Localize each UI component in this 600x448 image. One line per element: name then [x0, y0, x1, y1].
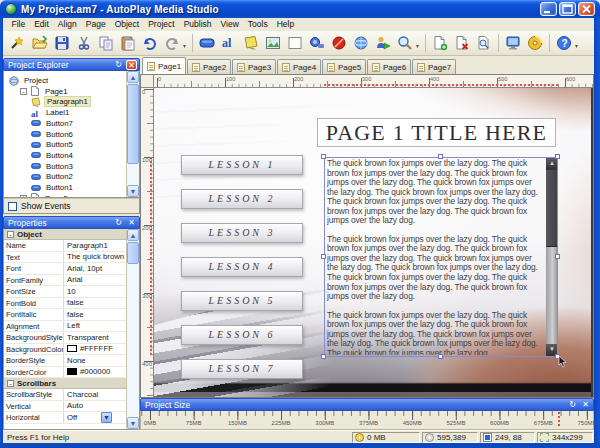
tree-item-button4[interactable]: Button4 [31, 150, 75, 161]
open-project-button[interactable] [29, 33, 51, 54]
tree-item-button5[interactable]: Button5 [31, 139, 75, 150]
tab-page2[interactable]: Page2 [187, 59, 231, 74]
menu-item-object[interactable]: Object [110, 18, 144, 31]
property-row-backgroundstyle[interactable]: BackgroundStyleTransparent [4, 332, 126, 344]
menu-item-project[interactable]: Project [144, 18, 179, 31]
cut-button[interactable] [73, 33, 95, 54]
property-section-scrollbars[interactable]: -Scrollbars [4, 378, 126, 389]
tab-page5[interactable]: Page5 [322, 59, 366, 74]
menu-item-tools[interactable]: Tools [243, 18, 272, 31]
property-row-borderstyle[interactable]: BorderStyleNone [4, 355, 126, 367]
tree-item-button1[interactable]: Button1 [31, 182, 75, 193]
property-row-alignment[interactable]: AlignmentLeft [4, 321, 126, 333]
property-row-font[interactable]: FontArial, 10pt [4, 263, 126, 275]
title-bar[interactable]: My Project.am7 - AutoPlay Media Studio [0, 0, 600, 18]
menu-item-align[interactable]: Align [53, 18, 81, 31]
tree-item-button3[interactable]: Button3 [31, 161, 75, 172]
minimize-button[interactable] [540, 2, 557, 16]
property-row-name[interactable]: NameParagraph1 [4, 240, 126, 252]
label-object-button[interactable]: al [218, 33, 240, 54]
rectangle-object-button[interactable] [284, 33, 306, 54]
paste-button[interactable] [117, 33, 139, 54]
video-object-button[interactable] [306, 33, 328, 54]
preview-page-button[interactable] [473, 33, 495, 54]
selection-handle[interactable] [321, 154, 326, 159]
properties-scrollbar[interactable]: ▲ ▼ [126, 229, 139, 429]
lesson-button-5[interactable]: LESSON 5 [181, 291, 303, 311]
tree-item-button2[interactable]: Button2 [31, 171, 75, 182]
script-object-button[interactable] [372, 33, 394, 54]
collapse-icon[interactable]: - [7, 380, 14, 387]
project-size-header[interactable]: Project Size ↻ ✕ [140, 398, 594, 411]
tree-item-button6[interactable]: Button6 [31, 129, 75, 140]
panel-close-icon[interactable]: ✕ [126, 60, 137, 70]
selection-handle[interactable] [321, 354, 326, 359]
property-row-fontsize[interactable]: FontSize10 [4, 286, 126, 298]
menu-item-file[interactable]: File [7, 18, 30, 31]
project-explorer-header[interactable]: Project Explorer ↻ ✕ [3, 58, 140, 71]
property-row-text[interactable]: TextThe quick brown [4, 252, 126, 264]
properties-scrollbar-thumb[interactable] [127, 242, 139, 264]
tree-scrollbar-thumb[interactable] [127, 84, 139, 164]
button-object-button[interactable] [196, 33, 218, 54]
collapse-icon[interactable]: - [20, 88, 27, 95]
toolbar-dropdown-icon[interactable] [416, 45, 420, 49]
property-row-fontfamily[interactable]: FontFamilyArial [4, 275, 126, 287]
tab-page6[interactable]: Page6 [367, 59, 411, 74]
tree-scrollbar[interactable]: ▲ ▼ [126, 71, 139, 197]
tab-page7[interactable]: Page7 [412, 59, 456, 74]
lesson-button-2[interactable]: LESSON 2 [181, 189, 303, 209]
redo-button[interactable] [161, 33, 183, 54]
dropdown-arrow-icon[interactable]: ▼ [101, 412, 112, 423]
tree-item-paragraph1[interactable]: Paragraph1 [31, 96, 91, 107]
lesson-button-7[interactable]: LESSON 7 [181, 359, 303, 379]
lesson-button-3[interactable]: LESSON 3 [181, 223, 303, 243]
panel-close-icon[interactable]: ✕ [580, 400, 591, 410]
menu-item-page[interactable]: Page [81, 18, 110, 31]
copy-button[interactable] [95, 33, 117, 54]
page-title-object[interactable]: PAGE 1 TITLE HERE [317, 118, 556, 147]
preview-button[interactable] [502, 33, 524, 54]
property-row-fontbold[interactable]: FontBoldfalse [4, 298, 126, 310]
menu-item-publish[interactable]: Publish [179, 18, 216, 31]
hotspot-object-button[interactable] [328, 33, 350, 54]
close-button[interactable] [578, 2, 595, 16]
scroll-up-icon[interactable]: ▲ [127, 71, 139, 83]
property-section-object[interactable]: -Object [4, 229, 126, 240]
tree-item-page1[interactable]: -Page1 [20, 86, 70, 97]
autohide-pin-icon[interactable]: ↻ [113, 218, 124, 228]
lesson-button-4[interactable]: LESSON 4 [181, 257, 303, 277]
tree-item-project[interactable]: Project [9, 75, 50, 86]
web-object-button[interactable] [350, 33, 372, 54]
selection-handle[interactable] [438, 154, 443, 159]
tab-page3[interactable]: Page3 [232, 59, 276, 74]
toolbar-dropdown-icon[interactable] [183, 45, 187, 49]
scroll-down-icon[interactable]: ▼ [127, 417, 139, 429]
menu-item-help[interactable]: Help [272, 18, 298, 31]
paragraph-object-button[interactable] [240, 33, 262, 54]
page-design-surface[interactable]: PAGE 1 TITLE HERE LESSON 1LESSON 2LESSON… [154, 88, 591, 398]
image-object-button[interactable] [262, 33, 284, 54]
lesson-button-1[interactable]: LESSON 1 [181, 155, 303, 175]
scroll-down-icon[interactable]: ▼ [127, 185, 139, 197]
help-button[interactable]: ? [553, 33, 575, 54]
autohide-pin-icon[interactable]: ↻ [567, 400, 578, 410]
property-row-horizontal[interactable]: HorizontalOff▼ [4, 412, 126, 424]
menu-item-edit[interactable]: Edit [30, 18, 54, 31]
build-button[interactable] [524, 33, 546, 54]
selection-handle[interactable] [321, 254, 326, 259]
toolbar-dropdown-icon[interactable] [575, 45, 579, 49]
zoom-button[interactable] [394, 33, 416, 54]
property-row-bordercolor[interactable]: BorderColor#000000 [4, 367, 126, 379]
selection-handle[interactable] [555, 154, 560, 159]
selection-handle[interactable] [438, 354, 443, 359]
new-project-button[interactable] [7, 33, 29, 54]
remove-page-button[interactable] [451, 33, 473, 54]
property-row-backgroundcolor[interactable]: BackgroundColor#FFFFFF [4, 344, 126, 356]
autohide-pin-icon[interactable]: ↻ [113, 60, 124, 70]
paragraph-object[interactable]: The quick brown fox jumps over the lazy … [324, 157, 558, 357]
scroll-up-icon[interactable]: ▲ [127, 229, 139, 241]
tree-item-button7[interactable]: Button7 [31, 118, 75, 129]
save-button[interactable] [51, 33, 73, 54]
property-row-scrollbarstyle[interactable]: ScrollbarStyleCharcoal [4, 389, 126, 401]
